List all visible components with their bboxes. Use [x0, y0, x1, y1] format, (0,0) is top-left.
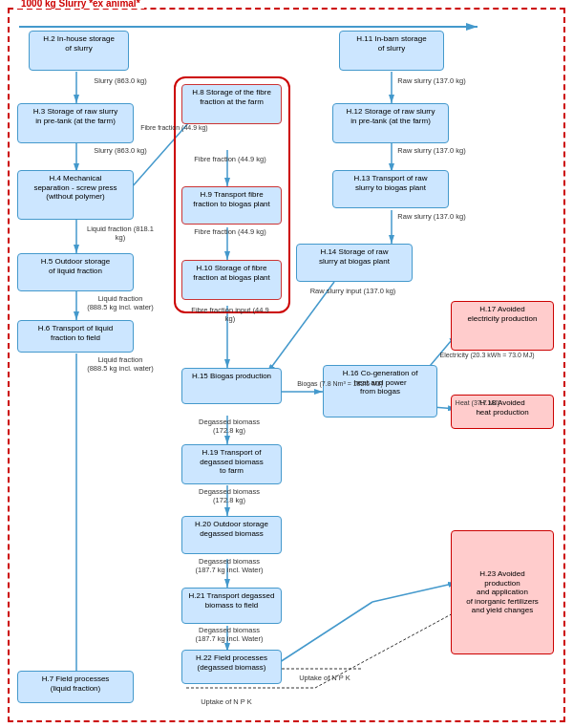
box-h23: H.23 Avoided production and application … — [451, 530, 554, 654]
box-h21: H.21 Transport degassed biomass to field — [181, 588, 282, 624]
flow-slurry-863-1: Slurry (863.0 kg) — [82, 76, 159, 85]
flow-electricity: Electricity (20.3 kWh = 73.0 MJ) — [439, 352, 535, 358]
flow-heat: Heat (37.7 MJ) — [439, 399, 516, 406]
box-h22-label: H.22 Field processes (degassed biomass) — [186, 653, 277, 672]
box-h2: H.2 In-house storage of slurry — [29, 31, 129, 71]
box-h3-label: H.3 Storage of raw slurry in pre-tank (a… — [22, 107, 129, 125]
box-h11-label: H.11 In-barn storage of slurry — [344, 34, 439, 53]
box-h12-label: H.12 Storage of raw slurry in pre-tank (… — [337, 107, 444, 125]
box-h13: H.13 Transport of raw slurry to biogas p… — [332, 170, 449, 208]
flow-degassed-187-2: Degassed biomass (187.7 kg incl. Water) — [186, 626, 272, 643]
flow-fibre-449-2: Fibre fraction (44.9 kg) — [187, 155, 273, 163]
flow-degassed-172-1: Degassed biomass (172.8 kg) — [186, 418, 272, 435]
box-h7: H.7 Field processes (liquid fraction) — [17, 671, 134, 703]
box-h20: H.20 Outdoor storage degassed biomass — [181, 516, 282, 554]
box-h8: H.8 Storage of the fibre fraction at the… — [181, 84, 282, 124]
flow-fibre-449-3: Fibre fraction (44.9 kg) — [187, 227, 273, 236]
box-h20-label: H.20 Outdoor storage degassed biomass — [186, 520, 277, 538]
box-h16: H.16 Co-generation of heat and power fro… — [323, 365, 437, 418]
flow-biogas: Biogas (7.8 Nm³ = 182.5 MJ) — [283, 380, 397, 387]
box-h9-label: H.9 Transport fibre fraction to biogas p… — [186, 190, 277, 208]
outer-border: 1000 kg Slurry *ex animal* — [8, 8, 565, 722]
box-h5-label: H.5 Outdoor storage of liquid fraction — [22, 257, 129, 275]
box-h4-label: H.4 Mechanical separation - screw press … — [22, 174, 129, 202]
box-h4: H.4 Mechanical separation - screw press … — [17, 170, 134, 220]
flow-npk-2: Uptake of N P K — [188, 697, 265, 706]
flow-fibre-449-1: Fibre fraction (44.9 kg) — [134, 124, 215, 131]
box-h15-label: H.15 Biogas production — [186, 372, 277, 381]
box-h22: H.22 Field processes (degassed biomass) — [181, 650, 282, 684]
flow-raw-137-1: Raw slurry (137.0 kg) — [393, 76, 470, 85]
flow-liquid-818: Liquid fraction (818.1 kg) — [82, 225, 159, 242]
box-h10-label: H.10 Storage of fibre fraction at biogas… — [186, 264, 277, 282]
svg-line-24 — [277, 602, 372, 664]
flow-fibre-input: Fibre fraction input (44.9 kg) — [187, 306, 273, 323]
box-h6-label: H.6 Transport of liquid fraction to fiel… — [22, 324, 129, 342]
box-h7-label: H.7 Field processes (liquid fraction) — [22, 674, 129, 693]
flow-slurry-863-2: Slurry (863.0 kg) — [82, 146, 159, 155]
box-h9: H.9 Transport fibre fraction to biogas p… — [181, 186, 282, 225]
box-h21-label: H.21 Transport degassed biomass to field — [186, 591, 277, 610]
box-h2-label: H.2 In-house storage of slurry — [33, 34, 124, 53]
flow-npk-1: Uptake of N P K — [286, 674, 363, 682]
box-h11: H.11 In-barn storage of slurry — [339, 31, 444, 71]
box-h19: H.19 Transport of degassed biomass to fa… — [181, 444, 282, 484]
flow-raw-137-3: Raw slurry (137.0 kg) — [393, 212, 470, 221]
box-h14-label: H.14 Storage of raw slurry at biogas pla… — [301, 247, 408, 266]
flow-raw-137-2: Raw slurry (137.0 kg) — [393, 146, 470, 155]
box-h17-label: H.17 Avoided electricity production — [456, 305, 549, 323]
box-h12: H.12 Storage of raw slurry in pre-tank (… — [332, 103, 449, 143]
flow-raw-input: Raw slurry input (137.0 kg) — [298, 287, 408, 295]
svg-line-25 — [372, 583, 456, 602]
box-h3: H.3 Storage of raw slurry in pre-tank (a… — [17, 103, 134, 143]
box-h13-label: H.13 Transport of raw slurry to biogas p… — [337, 174, 444, 192]
flow-degassed-172-2: Degassed biomass (172.8 kg) — [186, 487, 272, 504]
flow-liquid-888-1: Liquid fraction (888.5 kg incl. water) — [82, 294, 159, 311]
flow-degassed-187-1: Degassed biomass (187.7 kg incl. Water) — [186, 557, 272, 574]
box-h8-label: H.8 Storage of the fibre fraction at the… — [186, 88, 277, 106]
box-h14: H.14 Storage of raw slurry at biogas pla… — [296, 244, 413, 282]
diagram-container: 1000 kg Slurry *ex animal* — [0, 0, 573, 728]
box-h5: H.5 Outdoor storage of liquid fraction — [17, 253, 134, 291]
box-h19-label: H.19 Transport of degassed biomass to fa… — [186, 448, 277, 476]
diagram-title: 1000 kg Slurry *ex animal* — [17, 0, 144, 9]
box-h17: H.17 Avoided electricity production — [451, 301, 554, 351]
box-h6: H.6 Transport of liquid fraction to fiel… — [17, 320, 134, 353]
box-h23-label: H.23 Avoided production and application … — [466, 569, 539, 615]
box-h10: H.10 Storage of fibre fraction at biogas… — [181, 260, 282, 300]
flow-liquid-888-2: Liquid fraction (888.5 kg incl. water) — [82, 355, 159, 373]
box-h15: H.15 Biogas production — [181, 368, 282, 404]
